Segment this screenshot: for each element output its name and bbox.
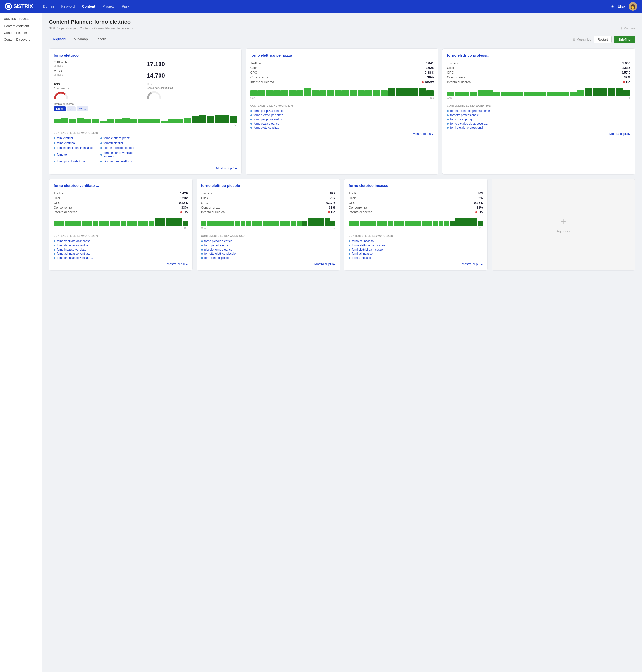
kw-item[interactable]: forno elettrici per pizza	[251, 113, 434, 117]
kw-item[interactable]: forni piccoli elettrici	[201, 244, 336, 247]
bar-8	[312, 90, 319, 96]
kw-item[interactable]: forno elettrico ventilato esterno	[101, 151, 143, 158]
sidebar-item-content-discovery[interactable]: Content Discovery	[0, 36, 42, 43]
kw-item[interactable]: forni elettrici piccoli	[201, 256, 336, 259]
nav-domini[interactable]: Domini	[40, 3, 57, 10]
bar-3	[273, 90, 281, 96]
kw-item[interactable]: forno da incasso	[349, 239, 483, 243]
kw-item[interactable]: forno per pizza elettrico	[251, 109, 434, 113]
kw-item[interactable]: forni elettrici professionali	[447, 126, 630, 129]
kw-item[interactable]: fornetto elettrico professionale	[447, 109, 630, 113]
kw-item[interactable]: fornetto	[54, 151, 97, 158]
badge-we[interactable]: We...	[77, 106, 88, 111]
kw-item[interactable]: forno da incasso ventilato	[54, 244, 188, 247]
mostra-piu-pizza[interactable]: Mostra di più	[251, 132, 434, 136]
kw-item[interactable]: forni elettrici	[54, 136, 97, 140]
bar-18	[155, 218, 160, 226]
kw-item[interactable]: fornetto elettrico piccolo	[201, 252, 336, 255]
kw-item[interactable]: forno da incasso ventilato...	[54, 256, 188, 259]
sidebar-item-content-assistant[interactable]: Content Assistant	[0, 23, 42, 29]
restart-button[interactable]: Restart	[594, 36, 612, 43]
add-icon: +	[561, 216, 566, 227]
add-card[interactable]: + Aggiungi	[492, 179, 635, 270]
kw-item[interactable]: forno pizza elettrico	[251, 122, 434, 125]
stat-row: Concorrenza36%	[251, 75, 434, 79]
mostra-piu-ventilato[interactable]: Mostra di più	[54, 262, 188, 266]
concorrenza-label: Concorrenza	[54, 87, 69, 90]
kw-item[interactable]: forno incasso ventilato	[54, 248, 188, 251]
stat-value: 0,32 €	[179, 201, 188, 205]
stat-label: Concorrenza	[447, 75, 465, 79]
stat-label: Concorrenza	[54, 205, 72, 209]
breadcrumb-item-2[interactable]: Content	[80, 27, 90, 30]
bar-10	[257, 220, 262, 226]
tab-mindmap[interactable]: Mindmap	[69, 35, 92, 43]
stat-label: Traffico	[349, 191, 359, 195]
kw-section-title-incasso: CONTENENTE LE KEYWORD (298)	[349, 235, 483, 238]
mostra-piu-main[interactable]: Mostra di più	[54, 166, 237, 170]
toolbar: Riquadri Mindmap Tabella Mostra log Rest…	[49, 35, 635, 43]
kw-item[interactable]: forno elettrico da appoggio...	[447, 122, 630, 125]
kw-item[interactable]: forno ad incasso ventilato	[54, 252, 188, 255]
kw-item[interactable]: forno ventilato da incasso	[54, 239, 188, 243]
kw-item[interactable]: forni a incasso	[349, 256, 483, 259]
tab-tabella[interactable]: Tabella	[92, 35, 111, 43]
kw-item[interactable]: forni elettrici non da incasso	[54, 146, 97, 150]
kw-item[interactable]: offerte fornetto elettrico	[101, 146, 143, 150]
kw-item[interactable]: forni elettrici da incasso	[349, 248, 483, 251]
kw-item[interactable]: fornetto professionale	[447, 113, 630, 117]
stat-row: Traffico1.429	[54, 191, 188, 196]
kw-item[interactable]: forno per pizze elettrico	[251, 118, 434, 121]
kw-item[interactable]: forno elettrico	[54, 141, 97, 145]
stat-value: 803	[477, 191, 483, 195]
logo[interactable]: SISTRIX	[5, 3, 33, 10]
badge-know[interactable]: Know	[54, 106, 66, 111]
main-chart-labels: Gen Dic	[54, 124, 237, 127]
bar-19	[199, 115, 206, 123]
kw-item[interactable]: fornetti elettrici	[101, 141, 143, 145]
kw-item[interactable]: forno piccolo elettrico	[54, 160, 97, 163]
bar-21	[215, 115, 222, 123]
nav-keyword[interactable]: Keyword	[58, 3, 78, 10]
mostra-log-button[interactable]: Mostra log	[573, 38, 591, 41]
kw-item[interactable]: piccolo forno elettrico	[101, 160, 143, 163]
mostra-piu-incasso[interactable]: Mostra di più	[349, 262, 483, 266]
kw-item[interactable]: forni ad incasso	[349, 252, 483, 255]
breadcrumb-item-1[interactable]: SISTRIX per Google	[49, 27, 76, 30]
stat-row: Traffico3.041	[251, 61, 434, 65]
avatar[interactable]: 👩	[629, 2, 637, 11]
cpc-label: Costo per click (CPC)	[147, 87, 173, 89]
badge-do[interactable]: Do	[67, 106, 76, 111]
bar-17	[381, 90, 388, 96]
bar-14	[280, 220, 285, 226]
mostra-piu-piccolo[interactable]: Mostra di più	[201, 262, 336, 266]
grid-icon[interactable]: ⊞	[611, 4, 614, 9]
kw-item[interactable]: forno da appoggio...	[447, 118, 630, 121]
stat-row: Concorrenza33%	[201, 205, 336, 210]
nav-content[interactable]: Content	[79, 3, 98, 10]
bar-10	[524, 92, 531, 96]
kw-item[interactable]: forno elettrico pizza	[251, 126, 434, 129]
bar-18	[302, 220, 307, 226]
kw-item[interactable]: forno piccolo elettrico	[201, 239, 336, 243]
bar-16	[373, 90, 380, 96]
sidebar-item-content-planner[interactable]: Content Planner	[0, 29, 42, 36]
kw-item[interactable]: forno elettrico da incasso	[349, 244, 483, 247]
nav-progetti[interactable]: Progetti	[100, 3, 117, 10]
bar-12	[121, 220, 126, 226]
concorrenza-gauge	[54, 91, 68, 99]
kw-item[interactable]: forno elettrico prezzi	[101, 136, 143, 140]
nav-piu[interactable]: Più ▾	[119, 3, 132, 10]
bar-3	[70, 220, 76, 226]
briefing-button[interactable]: Briefing	[614, 36, 635, 43]
professi-card-title: forno elettrico professi...	[447, 53, 630, 57]
kw-item[interactable]: piccolo forno elettrico	[201, 248, 336, 251]
tab-riquadri[interactable]: Riquadri	[49, 35, 69, 43]
bar-5	[288, 90, 296, 96]
mostra-piu-professi[interactable]: Mostra di più	[447, 132, 630, 136]
bar-6	[382, 220, 387, 226]
bar-6	[296, 90, 304, 96]
stat-label: Traffico	[251, 61, 261, 65]
stat-label: Concorrenza	[349, 205, 367, 209]
bar-1	[61, 118, 68, 123]
